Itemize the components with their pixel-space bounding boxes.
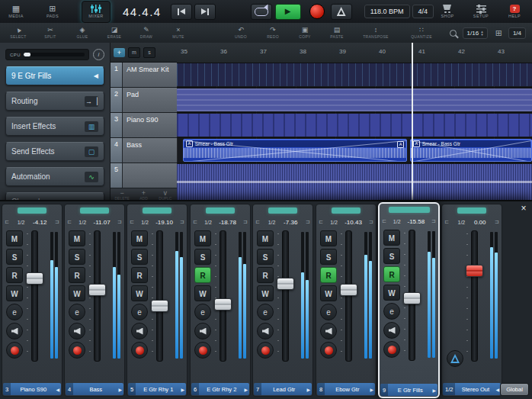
selected-track-button[interactable]: 9 E Gtr Fills ◀ (5, 66, 104, 85)
write-automation-button[interactable]: W (131, 285, 148, 301)
channel-edit-button[interactable]: e (383, 303, 400, 320)
channel-edit-button[interactable]: e (131, 304, 148, 320)
send-effects-button[interactable]: Send Effects ▢ (5, 142, 104, 161)
timeline-ruler[interactable]: 35 36 37 38 39 40 41 42 43 (177, 43, 532, 63)
pan-control[interactable]: ⊏ 1/2 -19.10 ⊐ (130, 217, 184, 227)
fader-track[interactable] (156, 230, 163, 362)
read-automation-button[interactable]: R (320, 267, 337, 283)
loop-button[interactable] (251, 4, 272, 20)
mixer-button[interactable]: MIXER (82, 1, 111, 23)
close-mixer-button[interactable]: × (518, 202, 530, 214)
play-button[interactable]: ▶ (275, 4, 301, 20)
info-button[interactable]: i (93, 49, 104, 60)
snap-value-selector[interactable]: 1/4 (508, 27, 526, 39)
read-automation-button[interactable]: R (131, 267, 148, 283)
fader-handle[interactable] (88, 284, 106, 296)
record-arm-button[interactable] (6, 342, 23, 359)
track-row[interactable]: 4 Bass (111, 138, 177, 163)
track-tool-icon[interactable]: + (114, 48, 125, 57)
mute-column-header[interactable]: m (128, 47, 140, 58)
track-row[interactable]: 2 Pad (111, 88, 177, 113)
write-automation-button[interactable]: W (320, 285, 337, 301)
solo-button[interactable]: S (194, 249, 211, 265)
metronome-button[interactable] (331, 4, 352, 20)
transpose-button[interactable]: ↕ TRANSPOSE (355, 27, 396, 39)
channel-name[interactable]: 6 E Gtr Rhy 2 ▶ (191, 383, 249, 395)
pan-control[interactable]: ⊏ 1/2 -10.43 ⊐ (319, 217, 373, 227)
mute-button[interactable]: M (383, 230, 400, 246)
write-automation-button[interactable]: W (257, 285, 274, 301)
tool-split[interactable]: ✂ SPLIT (37, 27, 64, 39)
audio-region[interactable] (177, 164, 532, 200)
fader-track[interactable] (31, 230, 38, 362)
midi-region[interactable] (177, 88, 532, 111)
solo-button[interactable]: S (69, 249, 85, 265)
monitor-button[interactable] (69, 323, 85, 339)
track-row[interactable]: 3 Piano S90 (111, 113, 177, 138)
record-arm-button[interactable] (383, 341, 400, 358)
tool-erase[interactable]: ◪ ERASE (101, 27, 128, 39)
fader-track[interactable] (282, 230, 289, 362)
skip-back-button[interactable] (171, 4, 192, 20)
undo-button[interactable]: ↶ UNDO (227, 27, 255, 39)
channel-name[interactable]: 8 Ebow Gtr ▶ (317, 383, 375, 395)
read-automation-button[interactable]: R (194, 267, 211, 283)
mute-button[interactable]: M (320, 230, 337, 246)
read-automation-button[interactable]: R (257, 267, 274, 283)
playhead[interactable] (412, 43, 413, 201)
mute-button[interactable]: M (6, 230, 23, 246)
midi-region[interactable] (177, 114, 532, 137)
fader-handle[interactable] (151, 300, 168, 312)
time-signature-display[interactable]: 4/4 (412, 5, 434, 18)
bpm-display[interactable]: 118.0 BPM (364, 5, 410, 18)
fader-handle[interactable] (340, 284, 357, 296)
fader-handle[interactable] (214, 298, 232, 311)
channel-edit-button[interactable]: e (320, 304, 337, 320)
insert-effects-button[interactable]: Insert Effects ▥ (5, 117, 104, 136)
setup-button[interactable]: SETUP (467, 2, 495, 22)
mute-button[interactable]: M (69, 230, 85, 246)
channel-edit-button[interactable]: e (257, 304, 274, 320)
read-automation-button[interactable]: R (383, 266, 400, 282)
monitor-button[interactable] (131, 323, 148, 339)
channel-name[interactable]: 4 Bass ▶ (66, 383, 123, 395)
monitor-button[interactable] (383, 322, 400, 339)
mute-button[interactable]: M (194, 230, 211, 246)
tool-select[interactable]: ▲ SELECT (5, 27, 32, 39)
tool-mute[interactable]: × MUTE (165, 27, 192, 39)
write-automation-button[interactable]: W (194, 285, 211, 301)
solo-button[interactable]: S (383, 248, 400, 264)
paste-button[interactable]: ▤ PASTE (323, 27, 351, 39)
quantize-button[interactable]: ∷ QUANTIZE (401, 27, 442, 39)
solo-button[interactable]: S (257, 249, 274, 265)
read-automation-button[interactable]: R (6, 267, 23, 283)
channel-name[interactable]: 3 Piano S90 ◀ (3, 383, 61, 395)
tool-glue[interactable]: ◈ GLUE (69, 27, 96, 39)
pads-button[interactable]: ⊞ PADS (39, 2, 66, 22)
metronome-mix-button[interactable] (447, 350, 463, 367)
track-row[interactable]: 1 AM Smear Kit (111, 63, 177, 88)
copy-button[interactable]: ▣ COPY (291, 27, 319, 39)
audio-region[interactable]: A Smear - Bass Gtr A (183, 139, 407, 162)
monitor-button[interactable] (6, 323, 23, 339)
channel-name[interactable]: 9 E Gtr Fills ▶ (380, 384, 437, 396)
record-arm-button[interactable] (131, 342, 148, 359)
monitor-button[interactable] (320, 323, 337, 339)
monitor-button[interactable] (194, 323, 211, 339)
pan-control[interactable]: ⊏ 1/2 -15.58 ⊐ (382, 216, 436, 227)
record-arm-button[interactable] (320, 342, 337, 359)
record-arm-button[interactable] (257, 342, 274, 359)
channel-name[interactable]: 7 Lead Gtr ▶ (254, 383, 312, 395)
fader-track[interactable] (220, 230, 226, 362)
solo-column-header[interactable]: s (143, 47, 155, 58)
write-automation-button[interactable]: W (6, 285, 23, 301)
channel-edit-button[interactable]: e (69, 304, 85, 320)
read-automation-button[interactable]: R (69, 267, 85, 283)
global-button[interactable]: Global (500, 383, 529, 396)
write-automation-button[interactable]: W (69, 285, 85, 301)
channel-edit-button[interactable]: e (6, 304, 23, 320)
record-arm-button[interactable] (69, 342, 85, 359)
shop-button[interactable]: SHOP (434, 2, 461, 22)
track-row[interactable]: 5 (111, 163, 177, 188)
routing-button[interactable]: Routing →▕ (5, 92, 104, 111)
